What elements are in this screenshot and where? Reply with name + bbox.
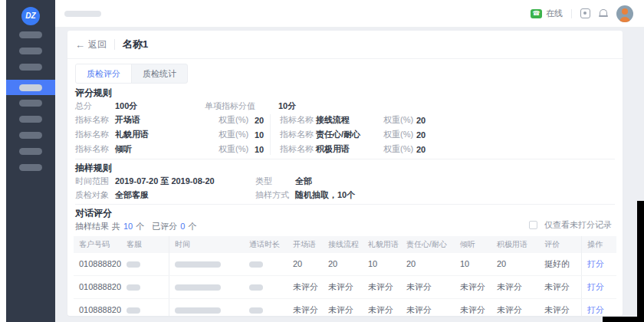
summary-scored-count: 0 bbox=[180, 222, 185, 231]
summary-prefix: 抽样结果 bbox=[75, 221, 109, 232]
topbar: ☎ 在线 bbox=[55, 0, 644, 28]
sidebar-item[interactable] bbox=[19, 64, 42, 71]
sampling-label: 时间范围 bbox=[75, 176, 115, 187]
weight-label: 权重(%) bbox=[383, 143, 416, 155]
indicator-row: 指标名称责任心/耐心权重(%)20 bbox=[280, 127, 615, 142]
column-header: 礼貌用语 bbox=[363, 236, 401, 253]
online-status-toggle[interactable]: ☎ 在线 bbox=[531, 8, 563, 19]
metric-cell: 未评分 bbox=[363, 276, 401, 298]
metric-cell: 未评分 bbox=[363, 299, 401, 316]
workbench-icon[interactable] bbox=[580, 8, 590, 18]
redacted-agent-pill bbox=[127, 261, 140, 268]
customer-number: 01088882002 bbox=[74, 276, 121, 298]
weight-label: 权重(%) bbox=[219, 143, 255, 155]
weight-value: 20 bbox=[416, 130, 426, 140]
sidebar: DZ bbox=[6, 0, 55, 322]
time-cell bbox=[169, 299, 244, 316]
section-divider bbox=[75, 159, 615, 159]
checkbox-icon[interactable] bbox=[529, 221, 537, 229]
summary-total-count: 10 bbox=[123, 222, 133, 231]
customer-number: 01088882003 bbox=[74, 299, 121, 316]
breadcrumb-placeholder bbox=[64, 11, 101, 17]
duration-cell bbox=[244, 299, 288, 316]
sidebar-item[interactable] bbox=[19, 148, 42, 155]
comment-cell: 挺好的 bbox=[539, 253, 581, 275]
metric-cell: 20 bbox=[288, 253, 323, 275]
indicator-name-label: 指标名称 bbox=[75, 129, 115, 140]
section-title-score-rules: 评分规则 bbox=[67, 87, 623, 99]
sampling-value: 全部 bbox=[295, 176, 312, 187]
score-action-link[interactable]: 打分 bbox=[587, 305, 604, 314]
weight-value: 10 bbox=[255, 130, 264, 140]
sampling-value: 全部客服 bbox=[115, 189, 255, 201]
back-label: 返回 bbox=[88, 38, 107, 51]
sidebar-item[interactable] bbox=[19, 132, 42, 139]
redacted-time-pill bbox=[175, 307, 221, 314]
sidebar-item-placeholder bbox=[19, 84, 42, 91]
sidebar-item[interactable] bbox=[6, 80, 55, 95]
sampling-value: 2019-07-20 至 2019-08-20 bbox=[115, 176, 255, 187]
column-header: 通话时长 bbox=[244, 236, 288, 253]
sampling-summary: 抽样结果 共 10 个 已评分 0 个 仅查看未打分记录 bbox=[67, 219, 623, 233]
summary-scored-suffix: 个 bbox=[188, 221, 196, 232]
quality-check-card: ← 返回 名称1 质检评分质检统计 评分规则 总分 100分 单项指标分值 10… bbox=[67, 31, 623, 316]
total-score-value: 100分 bbox=[115, 100, 205, 112]
sidebar-item[interactable] bbox=[19, 116, 42, 123]
table-row: 01088882002未评分未评分未评分未评分未评分未评分未评分打分 bbox=[74, 276, 616, 299]
column-header: 时间 bbox=[169, 236, 244, 253]
filter-unscored-toggle[interactable]: 仅查看未打分记录 bbox=[529, 219, 615, 231]
redacted-agent-pill bbox=[127, 307, 140, 314]
sidebar-item[interactable] bbox=[19, 100, 42, 107]
indicator-name: 责任心/耐心 bbox=[316, 129, 383, 140]
topbar-divider bbox=[571, 9, 572, 18]
tab-质检评分[interactable]: 质检评分 bbox=[76, 64, 132, 83]
weight-label: 权重(%) bbox=[383, 129, 416, 140]
weight-value: 20 bbox=[416, 145, 426, 154]
indicator-row: 指标名称礼貌用语权重(%)10 bbox=[75, 127, 270, 142]
tab-质检统计[interactable]: 质检统计 bbox=[132, 64, 187, 83]
column-header: 客服 bbox=[121, 236, 169, 253]
sidebar-item-placeholder bbox=[19, 48, 42, 54]
sidebar-item[interactable] bbox=[19, 48, 42, 54]
metric-cell: 10 bbox=[455, 253, 491, 275]
agent-cell bbox=[121, 253, 169, 275]
column-header: 客户号码 bbox=[74, 236, 121, 253]
sidebar-nav bbox=[6, 31, 55, 171]
screenshot-edge-artifact bbox=[603, 317, 644, 322]
back-link[interactable]: ← 返回 bbox=[75, 38, 107, 51]
metric-cell: 未评分 bbox=[455, 299, 491, 316]
agent-cell bbox=[121, 299, 169, 316]
score-action-link[interactable]: 打分 bbox=[587, 259, 604, 268]
weight-label: 权重(%) bbox=[219, 129, 255, 140]
weight-value: 20 bbox=[255, 116, 264, 125]
sidebar-item[interactable] bbox=[19, 164, 42, 171]
section-title-dialog-score: 对话评分 bbox=[67, 207, 623, 219]
indicator-name-label: 指标名称 bbox=[75, 114, 115, 126]
phone-glyph: ☎ bbox=[533, 9, 540, 18]
metric-cell: 未评分 bbox=[491, 299, 539, 316]
sidebar-item[interactable] bbox=[19, 31, 42, 38]
tab-group: 质检评分质检统计 bbox=[75, 64, 188, 84]
single-score-label: 单项指标分值 bbox=[205, 100, 278, 112]
indicator-grid: 指标名称开场语权重(%)20指标名称礼貌用语权重(%)10指标名称倾听权重(%)… bbox=[67, 113, 623, 156]
user-avatar[interactable] bbox=[616, 5, 633, 22]
page-title: 名称1 bbox=[123, 38, 148, 51]
metric-cell: 未评分 bbox=[401, 299, 455, 316]
indicator-name: 接线流程 bbox=[316, 114, 383, 126]
indicator-name-label: 指标名称 bbox=[280, 129, 316, 140]
score-action-link[interactable]: 打分 bbox=[587, 282, 604, 291]
column-header: 开场语 bbox=[288, 236, 323, 253]
sidebar-item-placeholder bbox=[19, 31, 42, 38]
notification-bell-icon[interactable] bbox=[599, 8, 608, 18]
weight-value: 10 bbox=[255, 145, 264, 154]
app-logo[interactable]: DZ bbox=[21, 7, 40, 25]
single-score-value: 10分 bbox=[278, 100, 296, 112]
sidebar-item-placeholder bbox=[19, 100, 42, 107]
sampling-label: 质检对象 bbox=[75, 189, 115, 201]
table-row: 01088882001202010201020挺好的打分 bbox=[74, 253, 616, 276]
metric-cell: 未评分 bbox=[323, 276, 363, 298]
time-cell bbox=[169, 253, 244, 275]
header-divider bbox=[114, 39, 115, 50]
indicator-name: 礼貌用语 bbox=[115, 129, 219, 140]
status-label: 在线 bbox=[546, 8, 563, 19]
